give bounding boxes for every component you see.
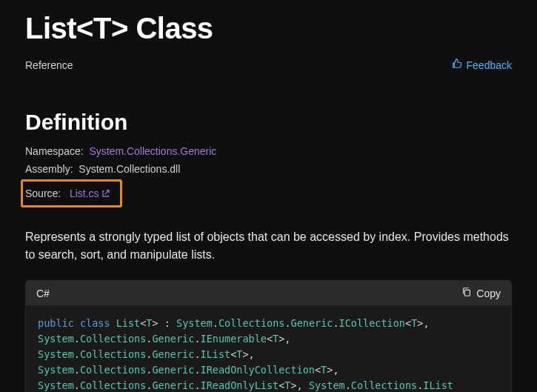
copy-label: Copy (476, 288, 501, 299)
source-highlight-box: Source: List.cs (21, 179, 122, 207)
namespace-row: Namespace: System.Collections.Generic (25, 145, 512, 157)
assembly-label: Assembly: (25, 163, 73, 175)
source-label: Source: (25, 187, 61, 199)
definition-heading: Definition (25, 110, 512, 135)
reference-label: Reference (25, 59, 73, 71)
thumbs-up-icon (452, 59, 462, 71)
code-header: C# Copy (26, 281, 511, 305)
feedback-button[interactable]: Feedback (452, 59, 512, 71)
external-link-icon (101, 188, 110, 200)
namespace-label: Namespace: (25, 145, 84, 157)
copy-button[interactable]: Copy (461, 287, 501, 299)
svg-rect-0 (465, 290, 470, 296)
source-link[interactable]: List.cs (67, 187, 110, 199)
assembly-row: Assembly: System.Collections.dll (25, 163, 512, 175)
feedback-label: Feedback (467, 59, 512, 71)
code-language-label: C# (36, 288, 50, 299)
code-block: C# Copy public class List<T> : System.Co… (25, 280, 512, 392)
description-text: Represents a strongly typed list of obje… (25, 228, 512, 264)
copy-icon (461, 287, 472, 299)
page-title: List<T> Class (25, 0, 512, 45)
code-content: public class List<T> : System.Collection… (26, 305, 511, 392)
namespace-link[interactable]: System.Collections.Generic (89, 145, 216, 157)
meta-row: Reference Feedback (25, 59, 512, 71)
assembly-value: System.Collections.dll (79, 163, 180, 175)
